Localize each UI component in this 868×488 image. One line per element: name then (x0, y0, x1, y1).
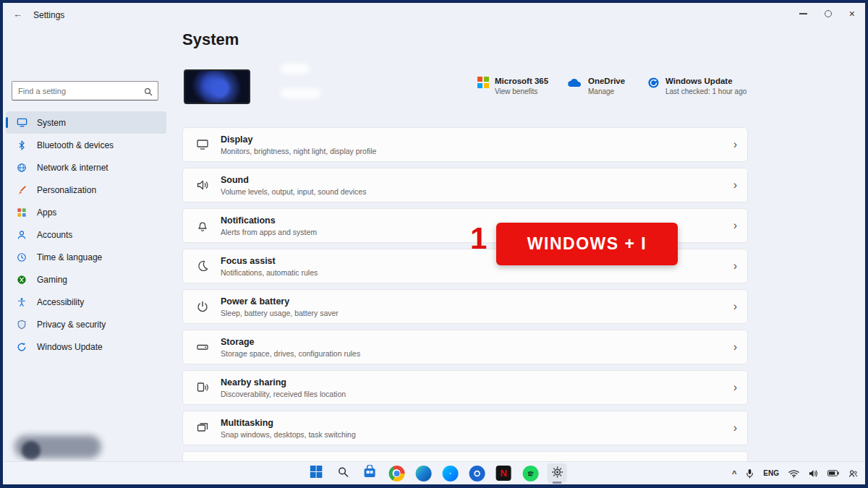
page-title: System (182, 30, 239, 49)
sidebar-item-windows-update[interactable]: Windows Update (6, 335, 166, 358)
battery-icon[interactable] (827, 470, 839, 476)
shield-icon (16, 319, 27, 330)
microsoft-365-icon (477, 77, 489, 91)
quicklink-title: Windows Update (665, 77, 746, 85)
sidebar-item-label: Accounts (37, 230, 72, 240)
row-subtitle: Notifications, automatic rules (221, 268, 318, 277)
sidebar-item-label: Personalization (37, 185, 96, 195)
sidebar-item-personalization[interactable]: Personalization (6, 179, 166, 201)
minimize-button[interactable] (799, 13, 807, 14)
gear-icon (550, 466, 563, 481)
wifi-icon[interactable] (788, 469, 799, 478)
multitasking-icon (195, 421, 210, 435)
quicklink-windows-update[interactable]: Windows UpdateLast checked: 1 hour ago (647, 77, 746, 95)
tray-overflow-chevron[interactable]: ^ (732, 469, 736, 478)
search-icon (144, 86, 153, 99)
settings-row-sound[interactable]: SoundVolume levels, output, input, sound… (182, 168, 748, 202)
chrome-button[interactable] (387, 463, 407, 483)
settings-row-storage[interactable]: StorageStorage space, drives, configurat… (182, 330, 748, 364)
settings-row-power-battery[interactable]: Power & batterySleep, battery usage, bat… (182, 289, 748, 324)
row-title: Focus assist (221, 256, 318, 266)
start-button[interactable] (307, 463, 326, 483)
bluetooth-icon (16, 140, 27, 151)
people-icon[interactable] (848, 469, 858, 478)
chevron-right-icon: › (733, 219, 737, 232)
sidebar-item-label: System (37, 118, 66, 128)
row-subtitle: Discoverability, received files location (221, 390, 346, 398)
row-title: Sound (221, 175, 366, 185)
volume-icon[interactable] (809, 469, 818, 478)
sidebar-item-gaming[interactable]: Gaming (6, 268, 166, 291)
messenger-icon (442, 466, 458, 481)
spotify-icon (522, 466, 538, 481)
taskbar: N ^ ENG (3, 461, 865, 484)
settings-row-nearby-sharing[interactable]: Nearby sharingDiscoverability, received … (182, 370, 748, 405)
sidebar: System Bluetooth & devices Network & int… (6, 111, 166, 358)
minimize-icon (799, 13, 807, 14)
messenger-button[interactable] (441, 463, 460, 483)
onedrive-cloud-icon (566, 77, 582, 91)
quicklink-title: Microsoft 365 (495, 77, 548, 85)
blue-app-button[interactable] (467, 463, 487, 483)
blurred-device-name (281, 64, 310, 74)
microphone-icon[interactable] (746, 468, 754, 479)
quicklink-subtitle: Last checked: 1 hour ago (665, 87, 746, 95)
system-icon (16, 117, 27, 129)
taskbar-search-button[interactable] (333, 463, 353, 483)
sidebar-item-bluetooth-devices[interactable]: Bluetooth & devices (6, 134, 166, 156)
display-icon (195, 137, 210, 152)
row-subtitle: Storage space, drives, configuration rul… (221, 349, 360, 358)
row-subtitle: Sleep, battery usage, battery saver (221, 309, 339, 317)
sidebar-item-accessibility[interactable]: Accessibility (6, 291, 166, 313)
row-subtitle: Snap windows, desktops, task switching (221, 430, 356, 439)
xbox-icon (16, 274, 27, 286)
sound-icon (195, 178, 210, 192)
microsoft-store-button[interactable] (360, 463, 380, 483)
accessibility-icon (16, 296, 27, 308)
sidebar-item-label: Apps (37, 207, 56, 218)
language-indicator[interactable]: ENG (763, 469, 779, 477)
settings-window: ← Settings × System Bluetooth & devices … (3, 3, 865, 484)
chevron-right-icon: › (733, 421, 737, 435)
sidebar-item-label: Gaming (37, 275, 67, 285)
brush-icon (16, 184, 27, 196)
settings-button[interactable] (548, 463, 567, 483)
sidebar-item-label: Windows Update (37, 342, 103, 352)
chevron-right-icon: › (733, 179, 737, 192)
chevron-right-icon: › (733, 381, 737, 394)
search-icon (337, 466, 349, 481)
blue-app-icon (469, 466, 485, 481)
maximize-button[interactable] (825, 10, 832, 17)
sidebar-item-privacy-security[interactable]: Privacy & security (6, 313, 166, 335)
quicklink-subtitle: Manage (588, 87, 625, 95)
watermark-logo (22, 441, 41, 460)
edge-button[interactable] (414, 463, 433, 483)
sidebar-item-accounts[interactable]: Accounts (6, 223, 166, 246)
search-input[interactable] (12, 82, 158, 100)
sidebar-item-network-internet[interactable]: Network & internet (6, 156, 166, 179)
quicklink-onedrive[interactable]: OneDriveManage (566, 77, 625, 95)
sidebar-item-system[interactable]: System (6, 111, 166, 134)
sidebar-item-time-language[interactable]: Time & language (6, 246, 166, 268)
bell-icon (195, 218, 210, 233)
back-button[interactable]: ← (13, 9, 22, 20)
spotify-button[interactable] (521, 463, 540, 483)
globe-icon (16, 162, 27, 174)
row-subtitle: Monitors, brightness, night light, displ… (221, 147, 376, 155)
netflix-button[interactable]: N (494, 463, 514, 483)
power-icon (195, 299, 210, 314)
sidebar-item-label: Privacy & security (37, 320, 106, 330)
settings-row-display[interactable]: DisplayMonitors, brightness, night light… (182, 127, 748, 162)
blurred-device-info (281, 88, 321, 98)
netflix-icon: N (496, 466, 511, 481)
sidebar-item-apps[interactable]: Apps (6, 201, 166, 223)
quicklink-microsoft-365[interactable]: Microsoft 365View benefits (477, 77, 548, 95)
settings-row-multitasking[interactable]: MultitaskingSnap windows, desktops, task… (182, 411, 748, 445)
close-button[interactable]: × (849, 9, 855, 19)
row-title: Nearby sharing (221, 377, 346, 388)
row-title: Display (221, 134, 376, 145)
microsoft-store-icon (363, 465, 377, 481)
sidebar-item-label: Accessibility (37, 297, 84, 307)
edge-icon (415, 466, 431, 481)
quicklink-title: OneDrive (588, 77, 625, 85)
